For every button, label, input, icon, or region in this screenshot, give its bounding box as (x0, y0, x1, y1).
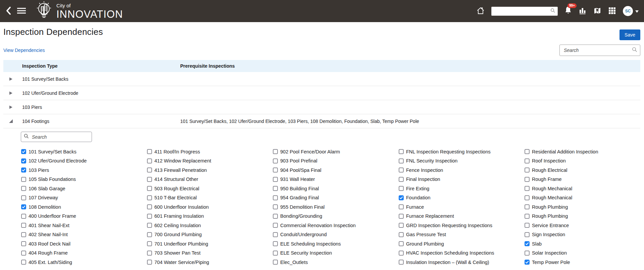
prerequisite-checkbox-item[interactable]: 701 Underfloor Plumbing (147, 239, 273, 249)
prerequisite-checkbox-item[interactable]: 931 Wall Heater (273, 175, 399, 184)
checkbox[interactable] (21, 158, 26, 163)
prerequisite-checkbox-item[interactable]: 704 Water Service/Piping (147, 258, 273, 267)
checkbox[interactable] (399, 260, 404, 265)
user-avatar[interactable]: SC (623, 6, 633, 16)
checkbox[interactable] (273, 158, 278, 163)
prerequisite-checkbox-item[interactable]: 108 Demolition (21, 202, 147, 212)
checkbox[interactable] (273, 251, 278, 256)
expand-toggle[interactable] (8, 104, 14, 110)
prerequisite-checkbox-item[interactable]: Roof Inspection (525, 156, 644, 166)
prerequisite-checkbox-item[interactable]: Elec_Outlets (273, 258, 399, 267)
checkbox[interactable] (21, 149, 26, 154)
prerequisite-checkbox-item[interactable]: 404 Rough Frame (21, 249, 147, 258)
prerequisite-checkbox-item[interactable]: Rough Frame (525, 175, 644, 184)
prerequisite-checkbox-item[interactable]: Fence Inspection (399, 165, 525, 175)
checkbox[interactable] (21, 232, 26, 237)
checkbox[interactable] (273, 149, 278, 154)
prerequisite-checkbox-item[interactable]: 103 Piers (21, 165, 147, 175)
checkbox[interactable] (399, 214, 404, 219)
prerequisite-checkbox-item[interactable]: Furnace Replacement (399, 212, 525, 221)
checkbox[interactable] (147, 260, 152, 265)
user-menu-caret-button[interactable] (635, 9, 639, 14)
checkbox[interactable] (399, 232, 404, 237)
checkbox[interactable] (399, 149, 404, 154)
home-button[interactable] (477, 7, 485, 16)
prerequisite-checkbox-item[interactable]: Furnace (399, 202, 525, 212)
checkbox[interactable] (525, 195, 530, 200)
prerequisite-checkbox-item[interactable]: Insulation Inspection – (Wall & Ceiling) (399, 258, 525, 267)
checkbox[interactable] (525, 260, 530, 265)
checkbox[interactable] (273, 241, 278, 246)
checkbox[interactable] (525, 149, 530, 154)
prerequisite-checkbox-item[interactable]: 703 Shower Pan Test (147, 249, 273, 258)
panel-search-input[interactable] (31, 134, 89, 140)
checkbox[interactable] (21, 167, 26, 173)
checkbox[interactable] (147, 149, 152, 154)
prerequisite-checkbox-item[interactable]: Gas Pressure Test (399, 230, 525, 240)
checkbox[interactable] (21, 241, 26, 246)
checkbox[interactable] (525, 204, 530, 209)
checkbox[interactable] (147, 232, 152, 237)
checkbox[interactable] (147, 158, 152, 163)
checkbox[interactable] (399, 186, 404, 191)
prerequisite-checkbox-item[interactable]: FNL Inspection Requesting Inspections (399, 147, 525, 156)
checkbox[interactable] (399, 241, 404, 246)
prerequisite-checkbox-item[interactable]: 413 Firewall Penetration (147, 165, 273, 175)
checkbox[interactable] (399, 195, 404, 200)
checkbox[interactable] (525, 167, 530, 173)
map-button[interactable] (593, 7, 601, 16)
checkbox[interactable] (399, 158, 404, 163)
prerequisite-checkbox-item[interactable]: Commercial Renovation Inspection (273, 221, 399, 230)
checkbox[interactable] (525, 223, 530, 228)
prerequisite-checkbox-item[interactable]: 904 Pool/Spa Final (273, 165, 399, 175)
hamburger-menu-button[interactable] (17, 7, 26, 15)
checkbox[interactable] (399, 223, 404, 228)
checkbox[interactable] (21, 260, 26, 265)
expand-toggle[interactable] (8, 76, 14, 82)
prerequisite-checkbox-item[interactable]: 955 Demolition Final (273, 202, 399, 212)
checkbox[interactable] (525, 241, 530, 246)
checkbox[interactable] (525, 214, 530, 219)
checkbox[interactable] (21, 204, 26, 209)
apps-grid-button[interactable] (608, 7, 616, 16)
prerequisite-checkbox-item[interactable]: Solar Inspection (525, 249, 644, 258)
checkbox[interactable] (399, 251, 404, 256)
prerequisite-checkbox-item[interactable]: 106 Slab Garage (21, 184, 147, 193)
checkbox[interactable] (147, 167, 152, 173)
prerequisite-checkbox-item[interactable]: 903 Pool Prefinal (273, 156, 399, 166)
checkbox[interactable] (273, 167, 278, 173)
prerequisite-checkbox-item[interactable]: 405 Ext. Lath/Siding (21, 258, 147, 267)
prerequisite-checkbox-item[interactable]: Service Entrance (525, 221, 644, 230)
prerequisite-checkbox-item[interactable]: ELE Security Inspection (273, 249, 399, 258)
prerequisite-checkbox-item[interactable]: 107 Driveway (21, 193, 147, 203)
checkbox[interactable] (147, 241, 152, 246)
checkbox[interactable] (21, 186, 26, 191)
expand-toggle[interactable] (8, 90, 14, 96)
prerequisite-checkbox-item[interactable]: Temp Power Pole (525, 258, 644, 267)
checkbox[interactable] (273, 186, 278, 191)
checkbox[interactable] (273, 223, 278, 228)
prerequisite-checkbox-item[interactable]: 503 Rough Electrical (147, 184, 273, 193)
checkbox[interactable] (525, 158, 530, 163)
save-button[interactable]: Save (620, 29, 640, 40)
prerequisite-checkbox-item[interactable]: 402 Shear Nail-Int (21, 230, 147, 240)
checkbox[interactable] (147, 186, 152, 191)
back-button[interactable] (5, 6, 11, 16)
checkbox[interactable] (525, 186, 530, 191)
checkbox[interactable] (273, 214, 278, 219)
prerequisite-checkbox-item[interactable]: 412 Window Replacement (147, 156, 273, 166)
checkbox[interactable] (399, 167, 404, 173)
checkbox[interactable] (21, 195, 26, 200)
checkbox[interactable] (147, 223, 152, 228)
prerequisite-checkbox-item[interactable]: 102 Ufer/Ground Electrode (21, 156, 147, 166)
checkbox[interactable] (399, 204, 404, 209)
prerequisite-checkbox-item[interactable]: ELE Scheduling Inspections (273, 239, 399, 249)
checkbox[interactable] (273, 260, 278, 265)
expand-toggle[interactable] (8, 118, 14, 124)
prerequisite-checkbox-item[interactable]: 400 Underfloor Frame (21, 212, 147, 221)
prerequisite-checkbox-item[interactable]: 602 Ceiling Insulation (147, 221, 273, 230)
prerequisite-checkbox-item[interactable]: 600 Underfloor Insulation (147, 202, 273, 212)
checkbox[interactable] (273, 177, 278, 182)
checkbox[interactable] (273, 204, 278, 209)
reports-button[interactable] (579, 7, 587, 16)
